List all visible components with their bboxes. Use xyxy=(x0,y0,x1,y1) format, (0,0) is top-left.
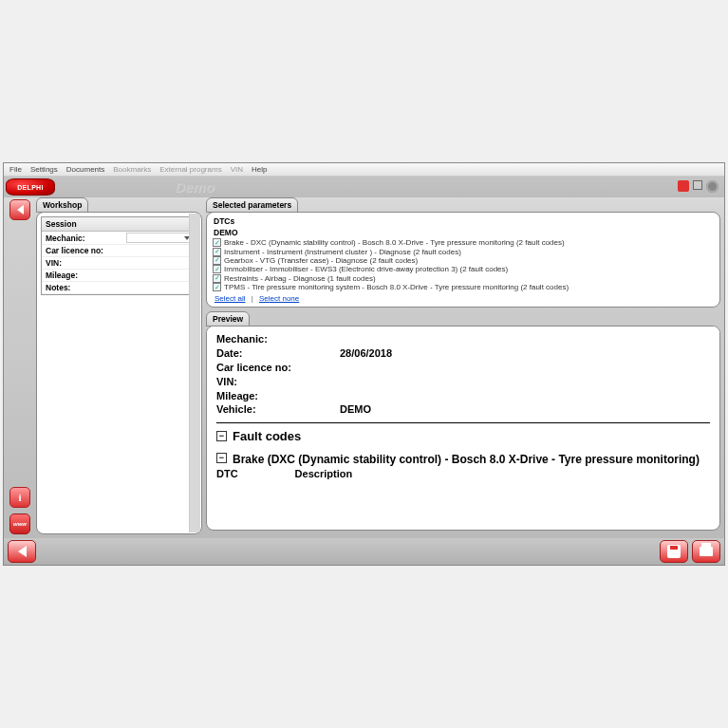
tab-selected-parameters[interactable]: Selected parameters xyxy=(206,197,298,213)
mileage-field[interactable]: Mileage: xyxy=(42,270,196,282)
dtc-check-item[interactable]: ✓Immobiliser - Immobiliser - EWS3 (Elect… xyxy=(213,265,714,273)
pv-date-value: 28/06/2018 xyxy=(340,346,710,361)
col-dtc: DTC xyxy=(216,468,238,479)
checkbox-icon[interactable]: ✓ xyxy=(213,265,221,273)
fault-codes-heading: Fault codes xyxy=(233,429,301,443)
mechanic-field[interactable]: Mechanic: xyxy=(42,232,196,245)
pv-car-licence-value xyxy=(340,361,710,375)
dtc-group-label: DEMO xyxy=(214,228,714,237)
minimize-icon[interactable] xyxy=(678,180,689,192)
pv-mileage-label: Mileage: xyxy=(216,389,340,403)
select-none-link[interactable]: Select none xyxy=(259,294,299,303)
fault-section-heading: Brake (DXC (Dynamic stability control) -… xyxy=(233,453,700,466)
dtc-check-item[interactable]: ✓TPMS - Tire pressure monitoring system … xyxy=(213,283,714,291)
menu-bookmarks[interactable]: Bookmarks xyxy=(113,165,151,174)
vin-label: VIN: xyxy=(46,258,126,268)
tab-workshop[interactable]: Workshop xyxy=(36,197,88,213)
right-column: Selected parameters DTCs DEMO ✓Brake - D… xyxy=(206,197,720,534)
nav-back-small-button[interactable] xyxy=(9,199,30,220)
col-description: Description xyxy=(295,468,353,479)
checkbox-icon[interactable]: ✓ xyxy=(213,256,221,265)
dtc-item-label: Brake - DXC (Dynamic stability control) … xyxy=(224,238,565,247)
pv-vehicle-label: Vehicle: xyxy=(216,402,340,417)
car-licence-field[interactable]: Car licence no: xyxy=(42,245,196,257)
dtc-item-label: TPMS - Tire pressure monitoring system -… xyxy=(224,283,569,291)
print-button[interactable] xyxy=(692,540,720,563)
menu-vin[interactable]: VIN xyxy=(231,165,243,174)
pv-mileage-value xyxy=(340,389,710,403)
checkbox-icon[interactable]: ✓ xyxy=(213,248,221,256)
section-expander-icon[interactable]: − xyxy=(216,453,227,463)
dtc-check-item[interactable]: ✓Brake - DXC (Dynamic stability control)… xyxy=(213,238,714,247)
menu-file[interactable]: File xyxy=(9,165,22,174)
menu-documents[interactable]: Documents xyxy=(66,165,104,174)
save-button[interactable] xyxy=(660,540,688,563)
save-disk-icon xyxy=(667,545,681,558)
bottom-toolbar xyxy=(4,538,724,565)
settings-gear-icon[interactable] xyxy=(706,180,719,193)
left-toolbar: i www xyxy=(8,197,32,534)
arrow-left-icon xyxy=(18,546,27,557)
session-header: Session xyxy=(42,217,196,232)
brand-bar: DELPHI Demo xyxy=(4,177,724,197)
menu-settings[interactable]: Settings xyxy=(30,165,58,174)
info-button[interactable]: i xyxy=(9,487,30,508)
arrow-left-icon xyxy=(17,205,24,215)
workshop-scrollbar[interactable] xyxy=(189,214,200,532)
pv-date-label: Date: xyxy=(216,346,340,361)
dtc-item-label: Restraints - Airbag - Diagnose (1 fault … xyxy=(224,274,376,283)
tab-preview[interactable]: Preview xyxy=(206,311,250,327)
pv-mechanic-label: Mechanic: xyxy=(216,332,340,346)
notes-label: Notes: xyxy=(46,283,126,292)
menubar: File Settings Documents Bookmarks Extern… xyxy=(4,163,724,177)
menu-help[interactable]: Help xyxy=(252,165,267,174)
selection-links: Select all | Select none xyxy=(215,294,712,303)
back-button[interactable] xyxy=(8,540,36,563)
printer-icon xyxy=(700,547,713,556)
maximize-icon[interactable] xyxy=(693,180,702,190)
vin-field[interactable]: VIN: xyxy=(42,257,196,270)
menu-external-programs[interactable]: External programs xyxy=(159,165,221,174)
checkbox-icon[interactable]: ✓ xyxy=(213,238,221,247)
checkbox-icon[interactable]: ✓ xyxy=(213,274,221,283)
pv-vin-value xyxy=(340,375,710,389)
web-button[interactable]: www xyxy=(9,513,30,534)
pv-car-licence-label: Car licence no: xyxy=(216,361,340,375)
dtc-check-item[interactable]: ✓Restraints - Airbag - Diagnose (1 fault… xyxy=(213,274,714,283)
workshop-panel: Workshop Session Mechanic: Car licence n… xyxy=(36,197,202,534)
preview-content: Mechanic: Date:28/06/2018 Car licence no… xyxy=(207,327,719,519)
pv-mechanic-value xyxy=(340,332,710,346)
dtc-item-label: Immobiliser - Immobiliser - EWS3 (Electr… xyxy=(224,265,508,273)
mechanic-label: Mechanic: xyxy=(46,233,126,243)
mode-watermark: Demo xyxy=(175,178,215,195)
pv-vin-label: VIN: xyxy=(216,375,340,389)
mileage-label: Mileage: xyxy=(46,271,126,280)
notes-field-label-row: Notes: xyxy=(42,282,196,294)
dtc-check-item[interactable]: ✓Gearbox - VTG (Transfer case) - Diagnos… xyxy=(213,256,714,265)
fault-codes-expander-icon[interactable]: − xyxy=(216,431,227,441)
dtc-item-label: Gearbox - VTG (Transfer case) - Diagnose… xyxy=(224,256,418,265)
app-window: File Settings Documents Bookmarks Extern… xyxy=(3,162,725,566)
select-all-link[interactable]: Select all xyxy=(215,294,245,303)
main-body: i www Workshop Session Mechanic: Car lic… xyxy=(4,197,724,538)
pv-vehicle-value: DEMO xyxy=(340,402,710,417)
car-licence-label: Car licence no: xyxy=(46,246,126,255)
dtc-item-label: Instrument - Instrument (Instrument clus… xyxy=(224,248,461,256)
dtcs-heading: DTCs xyxy=(214,216,714,226)
dtc-check-item[interactable]: ✓Instrument - Instrument (Instrument clu… xyxy=(213,247,714,255)
brand-logo: DELPHI xyxy=(6,178,55,196)
checkbox-icon[interactable]: ✓ xyxy=(213,283,221,291)
dtc-checklist: ✓Brake - DXC (Dynamic stability control)… xyxy=(213,238,714,291)
